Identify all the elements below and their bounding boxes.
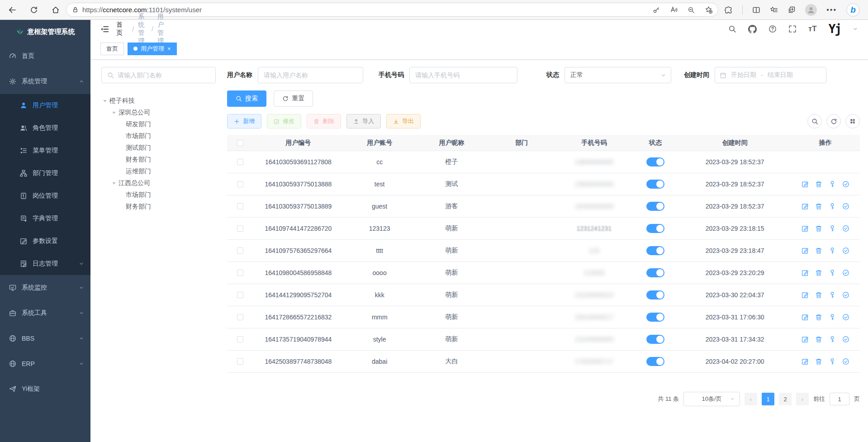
row-edit-icon[interactable]	[802, 336, 809, 343]
row-reset-password-icon[interactable]	[829, 225, 836, 232]
sidebar-fold-icon[interactable]	[100, 25, 109, 33]
show-search-icon[interactable]	[807, 114, 822, 128]
status-toggle[interactable]	[646, 202, 664, 211]
bing-icon[interactable]: b	[846, 3, 860, 17]
row-reset-password-icon[interactable]	[829, 291, 836, 299]
row-assign-role-icon[interactable]	[842, 314, 849, 321]
status-select[interactable]: 正常	[564, 67, 671, 83]
row-edit-icon[interactable]	[802, 181, 809, 188]
help-icon[interactable]	[768, 25, 777, 33]
favorites-list-icon[interactable]	[770, 6, 778, 14]
select-all-checkbox[interactable]	[237, 140, 243, 146]
row-delete-icon[interactable]	[815, 247, 822, 254]
row-checkbox[interactable]	[237, 225, 243, 232]
row-edit-icon[interactable]	[802, 314, 809, 321]
caret-down-icon[interactable]	[112, 182, 116, 185]
row-checkbox[interactable]	[237, 181, 243, 187]
status-toggle[interactable]	[646, 268, 664, 277]
row-edit-icon[interactable]	[802, 269, 809, 276]
status-toggle[interactable]	[646, 224, 664, 233]
date-start-placeholder[interactable]: 开始日期	[731, 71, 756, 79]
tree-node[interactable]: 测试部门	[101, 142, 216, 154]
tree-node[interactable]: 财务部门	[101, 154, 216, 166]
row-checkbox[interactable]	[237, 159, 243, 165]
fullscreen-icon[interactable]	[788, 25, 797, 33]
status-toggle[interactable]	[646, 157, 664, 166]
tree-node[interactable]: 研发部门	[101, 119, 216, 130]
phone-input[interactable]	[409, 67, 517, 83]
row-assign-role-icon[interactable]	[842, 291, 849, 299]
row-assign-role-icon[interactable]	[842, 358, 849, 365]
status-toggle[interactable]	[646, 246, 664, 255]
page-button-2[interactable]: 2	[779, 393, 792, 405]
row-delete-icon[interactable]	[815, 336, 822, 343]
goto-page-input[interactable]	[830, 393, 849, 405]
caret-down-icon[interactable]	[103, 100, 107, 102]
add-favorite-icon[interactable]	[705, 6, 712, 14]
row-reset-password-icon[interactable]	[829, 314, 836, 321]
import-button[interactable]: 导入	[346, 114, 381, 128]
delete-button[interactable]: 删除	[307, 114, 341, 128]
row-assign-role-icon[interactable]	[842, 269, 849, 276]
dept-search-box[interactable]	[101, 67, 216, 83]
status-toggle[interactable]	[646, 335, 664, 344]
refresh-table-icon[interactable]	[826, 114, 841, 128]
github-icon[interactable]	[748, 25, 757, 33]
tree-node[interactable]: 市场部门	[101, 189, 216, 201]
read-aloud-icon[interactable]	[670, 6, 678, 14]
row-edit-icon[interactable]	[802, 358, 809, 365]
row-checkbox[interactable]	[237, 292, 243, 298]
edit-button[interactable]: 修改	[267, 114, 301, 128]
sidebar-item-home[interactable]: 首页	[0, 43, 90, 69]
username-input[interactable]	[258, 67, 363, 83]
row-delete-icon[interactable]	[815, 203, 822, 210]
browser-reload-icon[interactable]	[30, 6, 38, 14]
breadcrumb-home[interactable]: 首页	[116, 21, 128, 37]
row-checkbox[interactable]	[237, 247, 243, 254]
row-checkbox[interactable]	[237, 203, 243, 209]
prev-page-button[interactable]: ‹	[745, 393, 757, 405]
row-delete-icon[interactable]	[815, 358, 822, 365]
row-reset-password-icon[interactable]	[829, 336, 836, 343]
sidebar-item-role-mgmt[interactable]: 角色管理	[0, 117, 90, 139]
split-screen-icon[interactable]	[752, 6, 760, 14]
tab-user-mgmt[interactable]: 用户管理 ×	[128, 43, 177, 55]
sidebar-item-dict-mgmt[interactable]: 字典管理	[0, 207, 90, 230]
page-size-select[interactable]: 10条/页	[683, 392, 740, 406]
browser-home-icon[interactable]	[52, 6, 60, 14]
dept-search-input[interactable]	[118, 71, 210, 79]
row-edit-icon[interactable]	[802, 291, 809, 299]
search-icon[interactable]	[728, 25, 736, 33]
close-icon[interactable]: ×	[167, 45, 171, 52]
row-assign-role-icon[interactable]	[842, 181, 849, 188]
app-logo[interactable]: 意框架管理系统	[0, 20, 90, 43]
export-button[interactable]: 导出	[386, 114, 421, 128]
sidebar-item-tools[interactable]: 系统工具	[0, 300, 90, 326]
tree-node[interactable]: 市场部门	[101, 130, 216, 142]
row-assign-role-icon[interactable]	[842, 203, 849, 210]
password-key-icon[interactable]	[653, 6, 660, 14]
row-edit-icon[interactable]	[802, 225, 809, 232]
date-range-picker[interactable]: 开始日期 - 结束日期	[715, 67, 826, 83]
search-button[interactable]: 搜索	[227, 90, 266, 107]
row-assign-role-icon[interactable]	[842, 336, 849, 343]
date-end-placeholder[interactable]: 结束日期	[768, 71, 793, 79]
sidebar-item-bbs[interactable]: BBS	[0, 326, 90, 351]
row-checkbox[interactable]	[237, 336, 243, 342]
tree-node[interactable]: 运维部门	[101, 166, 216, 177]
user-avatar-logo[interactable]: Yj	[829, 23, 841, 35]
status-toggle[interactable]	[646, 357, 664, 366]
next-page-button[interactable]: ›	[796, 393, 809, 405]
column-grid-icon[interactable]	[845, 114, 860, 128]
sidebar-item-post-mgmt[interactable]: 岗位管理	[0, 185, 90, 207]
tab-home[interactable]: 首页	[100, 43, 124, 55]
sidebar-item-dept-mgmt[interactable]: 部门管理	[0, 162, 90, 185]
tree-node[interactable]: 深圳总公司	[101, 107, 216, 119]
browser-profile-avatar[interactable]	[805, 4, 817, 16]
status-toggle[interactable]	[646, 290, 664, 299]
row-checkbox[interactable]	[237, 314, 243, 320]
sidebar-item-yi-framework[interactable]: Yi框架	[0, 376, 90, 402]
zoom-out-icon[interactable]	[688, 6, 695, 14]
sidebar-item-param-settings[interactable]: 参数设置	[0, 230, 90, 252]
row-reset-password-icon[interactable]	[829, 358, 836, 365]
